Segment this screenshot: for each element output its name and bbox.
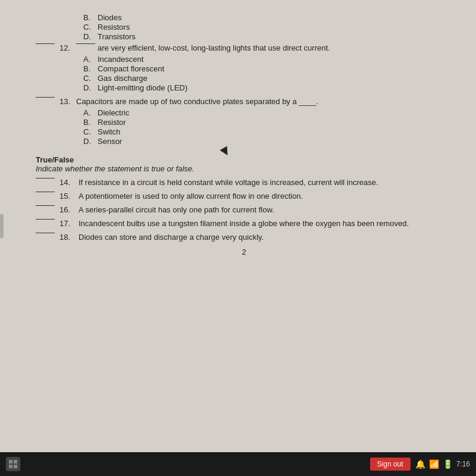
svg-rect-0 xyxy=(9,460,12,464)
prev-question-options: B. Diodes C. Resistors D. Transistors xyxy=(83,13,452,41)
taskbar-status-icons: 🔔 📶 🔋 7:16 xyxy=(415,459,470,469)
clock: 7:16 xyxy=(456,460,470,468)
tf-question-18-row: 18. Diodes can store and discharge a cha… xyxy=(36,233,452,242)
list-item: B. Compact florescent xyxy=(83,64,452,73)
question-13-options: A. Dielectric B. Resistor C. Switch D. S… xyxy=(83,108,452,146)
list-item: C. Switch xyxy=(83,127,452,136)
list-item: D. Light-emitting diode (LED) xyxy=(83,83,452,92)
section-title: True/False xyxy=(36,155,452,164)
taskbar-left xyxy=(6,457,24,471)
screen: B. Diodes C. Resistors D. Transistors 12… xyxy=(0,0,476,476)
answer-blank-13 xyxy=(36,97,55,98)
answer-blank-15 xyxy=(36,192,55,192)
list-item: B. Diodes xyxy=(83,13,452,22)
question-12-block: 12. are very efficient, low-cost, long-l… xyxy=(36,43,452,92)
list-item: D. Sensor xyxy=(83,137,452,146)
tf-question-16-row: 16. A series-parallel circuit has only o… xyxy=(36,205,452,214)
list-item: C. Gas discharge xyxy=(83,74,452,83)
question-13-block: 13. Capacitors are made up of two conduc… xyxy=(36,97,452,146)
page-number: 2 xyxy=(36,248,452,256)
battery-icon: 🔋 xyxy=(443,459,453,469)
question-13-row: 13. Capacitors are made up of two conduc… xyxy=(36,97,452,106)
sign-out-button[interactable]: Sign out xyxy=(370,458,411,471)
svg-rect-2 xyxy=(9,465,12,468)
list-item: B. Resistor xyxy=(83,118,452,127)
list-item: A. Incandescent xyxy=(83,55,452,64)
taskbar: Sign out 🔔 📶 🔋 7:16 xyxy=(0,452,476,476)
section-instruction: Indicate whether the statement is true o… xyxy=(36,164,452,173)
question-12-options: A. Incandescent B. Compact florescent C.… xyxy=(83,55,452,92)
list-item: D. Transistors xyxy=(83,32,452,41)
answer-blank-18 xyxy=(36,233,55,233)
tf-question-15-row: 15. A potentiometer is used to only allo… xyxy=(36,192,452,201)
answer-blank-12 xyxy=(36,43,55,44)
tf-question-17-row: 17. Incandescent bulbs use a tungsten fi… xyxy=(36,219,452,228)
document-area: B. Diodes C. Resistors D. Transistors 12… xyxy=(0,0,476,452)
truefalse-section-header: True/False Indicate whether the statemen… xyxy=(36,155,452,173)
svg-rect-3 xyxy=(14,465,17,468)
tf-question-14-row: 14. If resistance in a circuit is held c… xyxy=(36,178,452,187)
answer-blank-14 xyxy=(36,178,55,178)
notification-icon: 🔔 xyxy=(415,459,425,469)
taskbar-app-icon[interactable] xyxy=(6,457,20,471)
wifi-icon: 📶 xyxy=(429,459,439,469)
inline-blank-12 xyxy=(76,43,95,44)
taskbar-right: Sign out 🔔 📶 🔋 7:16 xyxy=(370,458,470,471)
svg-rect-1 xyxy=(14,460,17,464)
list-item: A. Dielectric xyxy=(83,108,452,117)
answer-blank-17 xyxy=(36,219,55,220)
list-item: C. Resistors xyxy=(83,23,452,32)
question-12-row: 12. are very efficient, low-cost, long-l… xyxy=(36,43,452,52)
side-grip xyxy=(0,214,4,238)
answer-blank-16 xyxy=(36,205,55,206)
